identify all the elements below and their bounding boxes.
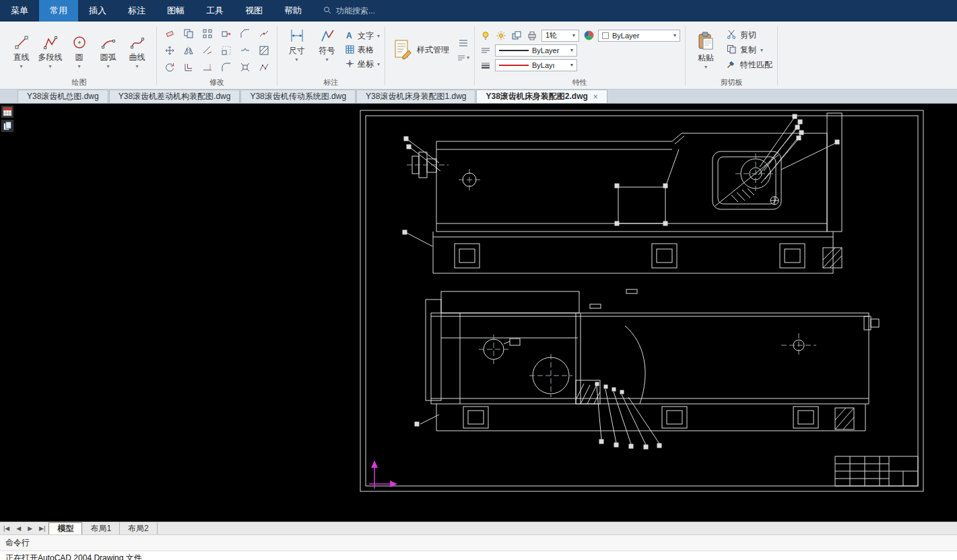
command-line[interactable]: 命令行 (0, 534, 957, 551)
close-icon[interactable]: × (593, 92, 598, 102)
dimension-icon (289, 26, 305, 45)
lineweight-select[interactable]: ByLayı (495, 59, 577, 71)
layout-nav-first[interactable]: |◀ (0, 522, 13, 534)
brightness-sun-icon[interactable] (495, 30, 507, 42)
tool-spline[interactable]: 曲线 (123, 31, 152, 69)
linetype-list-icon[interactable] (480, 44, 492, 57)
group-label-annotate: 标注 (278, 77, 384, 89)
menu-item-view[interactable]: 视图 (234, 0, 273, 22)
menu-item-home[interactable]: 常用 (39, 0, 78, 22)
mirror-icon[interactable] (180, 42, 197, 59)
paste-label: 粘贴 (698, 53, 714, 64)
trim-icon[interactable] (199, 42, 216, 59)
doc-tab-2[interactable]: Y38滚齿机差动机构装配图.dwg (109, 90, 240, 103)
paste-icon (697, 32, 715, 53)
break-icon[interactable] (237, 42, 253, 59)
tool-label: 圆弧 (100, 52, 117, 63)
style-options-icon[interactable] (457, 52, 469, 64)
layout-nav-last[interactable]: ▶| (36, 522, 48, 534)
lineweight-sample (499, 65, 529, 66)
menu-item-menu[interactable]: 菜单 (0, 0, 39, 22)
stretch-icon[interactable] (218, 26, 234, 42)
linetype-select[interactable]: ByLayer (495, 44, 577, 57)
layout-nav-next[interactable]: ▶ (24, 522, 36, 534)
layout-nav-prev[interactable]: ◀ (13, 522, 24, 534)
doc-tab-1[interactable]: Y38滚齿机总图.dwg (18, 90, 108, 103)
copy-icon (727, 44, 736, 56)
ribbon-separator (277, 26, 277, 85)
status-bar: 正在打开AutoCAD 2004 Drawing 文件 (0, 551, 957, 560)
rotate-icon[interactable] (162, 59, 178, 75)
copy-label: 复制 (740, 44, 756, 56)
doc-tab-label: Y38滚齿机床身装配图2.dwg (486, 91, 587, 102)
offset-icon[interactable] (180, 59, 197, 75)
group-label-properties: 特性 (475, 77, 684, 89)
menu-item-annotate[interactable]: 标注 (117, 0, 156, 22)
pedit-icon[interactable] (256, 59, 272, 75)
match-properties-button[interactable]: 特性匹配 (727, 59, 772, 71)
menu-item-tools[interactable]: 工具 (195, 0, 234, 22)
layer-select[interactable]: 1轮 (541, 30, 579, 42)
ucs-icon (369, 460, 397, 489)
tool-polyline[interactable]: 多段线 (36, 31, 65, 69)
move-icon[interactable] (162, 42, 178, 59)
chamfer-icon[interactable] (237, 26, 253, 42)
palette-toggle-icon-1[interactable] (1, 106, 13, 118)
tool-label: 尺寸 (289, 45, 305, 57)
tool-label: 坐标 (358, 59, 374, 70)
polyline-icon (43, 33, 58, 52)
tool-circle[interactable]: 圆 (65, 31, 94, 69)
color-wheel-icon[interactable] (583, 30, 595, 42)
ribbon-group-modify: 修改 (158, 23, 276, 89)
lower-view (415, 289, 879, 449)
paste-button[interactable]: 粘贴 (690, 30, 721, 70)
layout-tab-layout1[interactable]: 布局1 (82, 522, 120, 534)
cut-button[interactable]: 剪切 (727, 30, 772, 42)
array-icon[interactable] (199, 26, 216, 42)
tool-coordinate[interactable]: 坐标 (345, 59, 380, 71)
doc-tab-5-active[interactable]: Y38滚齿机床身装配图2.dwg × (476, 90, 607, 103)
tool-dimension[interactable]: 尺寸 (282, 24, 311, 76)
join-icon[interactable] (256, 26, 272, 42)
scale-icon[interactable] (218, 42, 234, 59)
menu-item-sheet[interactable]: 图幅 (156, 0, 195, 22)
menu-item-insert[interactable]: 插入 (78, 0, 117, 22)
palette-toggle-icon-2[interactable] (1, 120, 13, 132)
tool-arc[interactable]: 圆弧 (94, 31, 123, 69)
layer-on-bulb-icon[interactable] (480, 30, 492, 42)
hatch-edit-icon[interactable] (256, 42, 272, 59)
tool-symbol[interactable]: 符号 (312, 24, 341, 76)
menu-item-help[interactable]: 帮助 (273, 0, 312, 22)
copy-object-icon[interactable] (180, 26, 197, 42)
layer-value: 1轮 (546, 30, 557, 40)
style-manager-button[interactable]: 样式管理 (390, 36, 452, 65)
erase-icon[interactable] (162, 26, 178, 42)
ribbon-separator (685, 26, 686, 85)
copy-button[interactable]: 复制 (727, 44, 772, 57)
upper-view (403, 113, 842, 273)
tool-line[interactable]: 直线 (7, 31, 36, 69)
tool-label: 表格 (358, 44, 374, 56)
search-placeholder: 功能搜索... (336, 5, 375, 17)
plot-style-icon[interactable] (526, 30, 538, 42)
doc-tab-3[interactable]: Y38滚齿机传动系统图.dwg (240, 90, 356, 103)
fillet-icon[interactable] (218, 59, 234, 75)
style-list-icon[interactable] (457, 37, 469, 49)
extend-icon[interactable] (199, 59, 216, 75)
layout-tab-layout2[interactable]: 布局2 (120, 522, 158, 534)
cad-drawing-canvas[interactable] (0, 104, 957, 522)
function-search[interactable]: 功能搜索... (312, 0, 386, 22)
tool-table[interactable]: 表格 (345, 44, 380, 57)
draw-order-icon[interactable] (510, 30, 523, 42)
layout-tab-model[interactable]: 模型 (48, 522, 82, 534)
color-select[interactable]: ByLayer (598, 30, 680, 42)
ribbon-group-annotate: 尺寸 符号 A 文字 表格 (278, 23, 384, 89)
status-text: 正在打开AutoCAD 2004 Drawing 文件 (5, 551, 957, 560)
lineweight-list-icon[interactable] (480, 59, 492, 71)
menu-label: 插入 (89, 5, 106, 17)
tool-text[interactable]: A 文字 (345, 30, 380, 42)
doc-tab-4[interactable]: Y38滚齿机床身装配图1.dwg (356, 90, 475, 103)
arc-icon (101, 33, 116, 52)
group-label-draw: 绘图 (3, 77, 156, 89)
explode-icon[interactable] (237, 59, 253, 75)
